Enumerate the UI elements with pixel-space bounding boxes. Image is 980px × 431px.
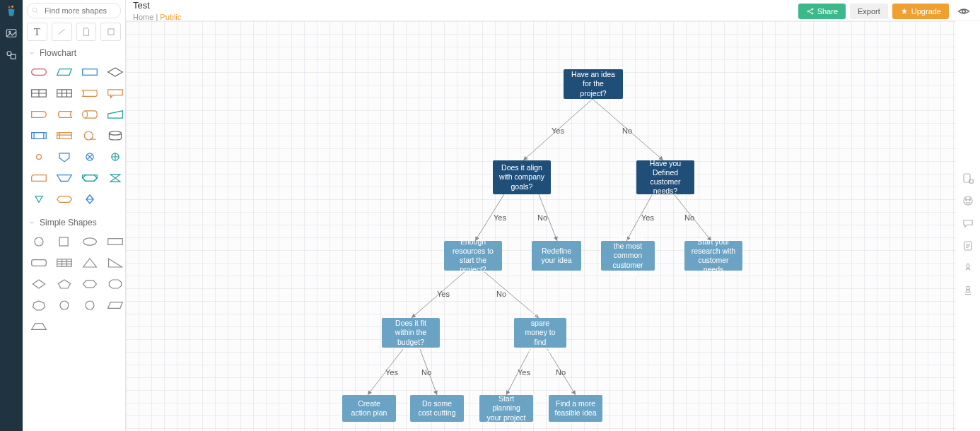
section-simple[interactable]: Simple Shapes — [23, 213, 125, 230]
svg-rect-7 — [108, 29, 114, 35]
section-simple-label: Simple Shapes — [40, 218, 97, 228]
edge-label-yes: Yes — [641, 213, 654, 222]
table2-shape[interactable] — [28, 85, 49, 102]
table4-shape[interactable] — [54, 85, 75, 102]
preparation-shape[interactable] — [54, 191, 75, 208]
section-flowchart[interactable]: Flowchart — [23, 44, 125, 61]
shape-search-input[interactable] — [27, 3, 121, 18]
share-icon — [806, 7, 815, 16]
notes-icon[interactable] — [959, 237, 976, 254]
internalstorage-shape[interactable] — [54, 127, 75, 144]
svg-point-22 — [83, 238, 97, 245]
roundrect-shape[interactable] — [28, 254, 49, 271]
node-cost-cut[interactable]: Do some cost cutting — [410, 395, 464, 422]
square-shape[interactable] — [54, 233, 75, 250]
svg-point-30 — [812, 13, 813, 14]
tool-row: T — [23, 21, 125, 44]
page-tool[interactable] — [76, 23, 97, 41]
breadcrumb-home[interactable]: Home — [133, 13, 153, 21]
heptagon-shape[interactable] — [28, 297, 49, 314]
node-resources[interactable]: Enough resources to start the project? — [444, 241, 502, 271]
nonagon-shape[interactable] — [54, 297, 75, 314]
breadcrumb-public[interactable]: Public — [160, 13, 181, 21]
directdata-shape[interactable] — [79, 106, 100, 123]
manualop-shape[interactable] — [54, 170, 75, 187]
triangle-shape[interactable] — [79, 254, 100, 271]
ellipse-shape[interactable] — [79, 233, 100, 250]
svg-point-12 — [83, 111, 88, 118]
connector-small[interactable] — [28, 148, 49, 165]
callout-shape[interactable] — [105, 85, 126, 102]
export-label: Export — [858, 7, 880, 16]
canvas[interactable]: Have an idea for the project? Does it al… — [126, 21, 956, 431]
comments-icon[interactable] — [959, 215, 976, 232]
card-shape[interactable] — [28, 170, 49, 187]
seqdata-shape[interactable] — [79, 127, 100, 144]
hexagon-shape[interactable] — [79, 276, 100, 293]
app-logo[interactable] — [4, 3, 18, 20]
terminator-shape[interactable] — [28, 64, 49, 81]
node-action-plan[interactable]: Create action plan — [342, 395, 396, 422]
text-tool[interactable]: T — [27, 23, 47, 41]
share-button[interactable]: Share — [798, 4, 846, 19]
right-rail — [956, 170, 980, 300]
breadcrumb: Home | Public — [133, 13, 181, 21]
title-block: Test Home | Public — [133, 1, 181, 20]
process-shape[interactable] — [79, 64, 100, 81]
node-redefine[interactable]: Redefine your idea — [532, 241, 581, 271]
node-feasible[interactable]: Find a more feasible idea — [549, 395, 602, 422]
collate-shape[interactable] — [105, 170, 126, 187]
decagon-shape[interactable] — [79, 297, 100, 314]
node-budget[interactable]: Does it fit within the budget? — [382, 318, 440, 348]
data-shape[interactable] — [54, 64, 75, 81]
link-icon[interactable] — [959, 260, 976, 277]
grid-shape[interactable] — [54, 254, 75, 271]
decision-shape[interactable] — [105, 64, 126, 81]
offpage-shape[interactable] — [54, 148, 75, 165]
edge-label-no: No — [556, 368, 566, 377]
circle-shape[interactable] — [28, 233, 49, 250]
database-shape[interactable] — [105, 127, 126, 144]
node-start-research[interactable]: Start your research with customer needs — [684, 241, 742, 271]
shapes-library-icon[interactable] — [5, 49, 18, 64]
document-title[interactable]: Test — [133, 1, 181, 11]
layers-icon[interactable] — [959, 283, 976, 300]
pentagon-shape[interactable] — [54, 276, 75, 293]
diamond2-shape[interactable] — [28, 276, 49, 293]
storeddata-shape[interactable] — [54, 106, 75, 123]
upgrade-button[interactable]: Upgrade — [892, 4, 949, 19]
image-library-icon[interactable] — [5, 27, 18, 42]
delay-shape[interactable] — [28, 106, 49, 123]
manualinput-shape[interactable] — [105, 106, 126, 123]
flow-edges — [126, 21, 956, 431]
style-icon[interactable] — [959, 192, 976, 209]
line-tool[interactable] — [52, 23, 72, 41]
summing-shape[interactable] — [79, 148, 100, 165]
edge-label-yes: Yes — [518, 368, 530, 377]
extract-shape[interactable] — [28, 191, 49, 208]
trapezoid-shape[interactable] — [28, 318, 49, 335]
edge-label-yes: Yes — [552, 126, 564, 135]
export-button[interactable]: Export — [850, 4, 888, 19]
node-spare[interactable]: Can you spare money to find resources? — [514, 318, 566, 348]
octagon-shape[interactable] — [105, 276, 126, 293]
or-shape[interactable] — [105, 148, 126, 165]
node-needs[interactable]: Have you Defined customer needs? — [636, 160, 694, 194]
predefined-shape[interactable] — [28, 127, 49, 144]
sort-shape[interactable] — [79, 191, 100, 208]
display-shape[interactable] — [79, 85, 100, 102]
loop-shape[interactable] — [79, 170, 100, 187]
edge-label-yes: Yes — [385, 368, 398, 377]
svg-point-31 — [962, 9, 966, 13]
node-align[interactable]: Does it align with company goals? — [493, 160, 551, 194]
parallelogram-shape[interactable] — [105, 297, 126, 314]
node-root[interactable]: Have an idea for the project? — [564, 69, 623, 99]
preview-button[interactable] — [955, 4, 973, 19]
frame-tool[interactable] — [100, 23, 121, 41]
share-label: Share — [817, 7, 838, 16]
node-start-common[interactable]: Start with the most common customer need — [601, 241, 655, 271]
properties-icon[interactable] — [959, 170, 976, 187]
rect-shape[interactable] — [105, 233, 126, 250]
righttri-shape[interactable] — [105, 254, 126, 271]
node-start-plan[interactable]: Start planning your project — [479, 395, 533, 422]
